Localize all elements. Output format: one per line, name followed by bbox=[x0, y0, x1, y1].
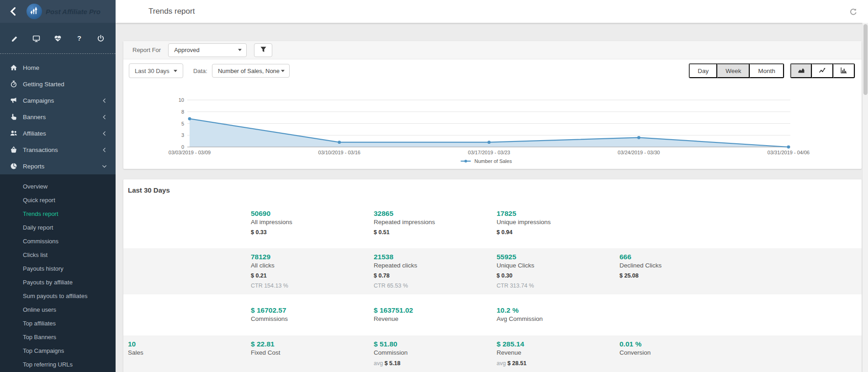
stats-row: 78129All clicks$ 0.21CTR 154.13 %21538Re… bbox=[123, 248, 862, 294]
stat-sub-value: $ 0.33 bbox=[251, 229, 374, 236]
submenu-item-clicks-list[interactable]: Clicks list bbox=[0, 248, 116, 262]
report-for-value: Approved bbox=[174, 47, 200, 53]
svg-text:0: 0 bbox=[181, 144, 184, 150]
svg-text:5: 5 bbox=[181, 121, 184, 126]
svg-text:03/17/2019 - 03/23: 03/17/2019 - 03/23 bbox=[468, 150, 510, 155]
stat-sub-value: $ 0.78 bbox=[374, 272, 497, 279]
sidebar: Post Affiliate Pro ? HomeGetting Started… bbox=[0, 0, 116, 372]
stat-commissions: $ 16702.57Commissions bbox=[251, 306, 374, 323]
date-range-dropdown[interactable]: Last 30 Days bbox=[129, 63, 183, 78]
submenu-item-payouts-by-affiliate[interactable]: Payouts by affiliate bbox=[0, 276, 116, 289]
submenu-item-online-users[interactable]: Online users bbox=[0, 303, 116, 317]
stat-label: Declined Clicks bbox=[619, 262, 742, 269]
stat-value: $ 163751.02 bbox=[374, 306, 497, 314]
stat-value: 10 bbox=[128, 340, 251, 348]
submenu-item-top-affiliates[interactable]: Top affiliates bbox=[0, 317, 116, 330]
main-area: Trends report Report For Approved bbox=[116, 0, 868, 372]
submenu-item-daily-report[interactable]: Daily report bbox=[0, 221, 116, 235]
app-logo-icon bbox=[26, 4, 42, 19]
report-for-label: Report For bbox=[132, 47, 161, 53]
line-chart-button[interactable] bbox=[812, 63, 833, 78]
stat-value: $ 51.80 bbox=[374, 340, 497, 348]
submenu-item-sum-payouts-to-affiliates[interactable]: Sum payouts to affiliates bbox=[0, 289, 116, 303]
sidebar-item-label: Reports bbox=[23, 163, 44, 170]
data-series-select[interactable]: Number of Sales, None bbox=[212, 64, 290, 78]
home-icon bbox=[10, 64, 18, 71]
stat-declined-clicks: 666Declined Clicks$ 25.08 bbox=[619, 253, 742, 289]
stat-label: Conversion bbox=[619, 349, 742, 356]
stat-all-impressions: 50690All impressions$ 0.33 bbox=[251, 210, 374, 236]
stat-conversion: 0.01 %Conversion bbox=[619, 340, 742, 367]
submenu-item-commissions[interactable]: Commissions bbox=[0, 235, 116, 248]
stat-label: Sales bbox=[128, 349, 251, 356]
stat-value: 50690 bbox=[251, 210, 374, 217]
stat-fixed-cost: $ 22.81Fixed Cost bbox=[251, 340, 374, 367]
svg-text:?: ? bbox=[77, 35, 81, 42]
stat-sub-value: $ 25.08 bbox=[619, 272, 742, 279]
hand-pointer-icon bbox=[10, 113, 18, 121]
submenu-item-top-banners[interactable]: Top Banners bbox=[0, 330, 116, 344]
stat-commission: $ 51.80Commissionavg $ 5.18 bbox=[374, 340, 497, 367]
stat-label: Avg Commission bbox=[497, 315, 619, 323]
stat-value: $ 285.14 bbox=[497, 340, 619, 348]
period-button-month[interactable]: Month bbox=[750, 63, 784, 78]
submenu-item-quick-report[interactable]: Quick report bbox=[0, 194, 116, 207]
stat-unique-impressions: 17825Unique impressions$ 0.94 bbox=[497, 210, 619, 236]
chart-type-group bbox=[790, 63, 855, 79]
svg-text:Number of Sales: Number of Sales bbox=[475, 158, 512, 164]
area-chart-icon bbox=[798, 67, 805, 75]
sidebar-item-label: Getting Started bbox=[23, 81, 64, 88]
submenu-item-top-campaigns[interactable]: Top Campaigns bbox=[0, 344, 116, 358]
question-icon[interactable]: ? bbox=[75, 35, 83, 42]
stats-row: 50690All impressions$ 0.3332865Repeated … bbox=[123, 205, 862, 241]
submenu-item-payouts-history[interactable]: Payouts history bbox=[0, 262, 116, 276]
submenu-item-top-referring-urls[interactable]: Top referring URLs bbox=[0, 358, 116, 372]
users-icon bbox=[10, 130, 18, 137]
heartbeat-icon[interactable] bbox=[54, 35, 62, 42]
monitor-icon[interactable] bbox=[32, 35, 40, 42]
refresh-icon[interactable] bbox=[849, 8, 857, 16]
period-button-week[interactable]: Week bbox=[717, 63, 750, 78]
back-chevron-icon[interactable] bbox=[8, 6, 18, 16]
stat-label: Commission bbox=[374, 349, 497, 356]
data-series-value: Number of Sales, None bbox=[218, 68, 280, 74]
stat-value: 0.01 % bbox=[619, 340, 742, 348]
sidebar-item-home[interactable]: Home bbox=[0, 59, 116, 76]
sidebar-item-banners[interactable]: Banners bbox=[0, 109, 116, 125]
sidebar-item-transactions[interactable]: Transactions bbox=[0, 141, 116, 158]
stat-avg-commission: 10.2 %Avg Commission bbox=[497, 306, 619, 323]
sidebar-item-getting-started[interactable]: Getting Started bbox=[0, 76, 116, 92]
sidebar-item-label: Home bbox=[23, 64, 39, 71]
stat-revenue: $ 285.14Revenueavg $ 28.51 bbox=[497, 340, 619, 367]
caret-down-icon bbox=[174, 70, 177, 72]
svg-text:03/03/2019 - 03/09: 03/03/2019 - 03/09 bbox=[169, 150, 211, 155]
stat-value: 78129 bbox=[251, 253, 374, 261]
svg-text:3: 3 bbox=[181, 132, 184, 138]
scrollbar-thumb[interactable] bbox=[863, 24, 868, 95]
power-icon[interactable] bbox=[97, 35, 105, 42]
chevron-left-icon bbox=[101, 147, 107, 153]
basket-icon bbox=[10, 146, 18, 153]
sidebar-item-campaigns[interactable]: Campaigns bbox=[0, 92, 116, 109]
svg-text:03/24/2019 - 03/30: 03/24/2019 - 03/30 bbox=[618, 150, 660, 155]
area-chart-button[interactable] bbox=[790, 63, 812, 78]
stat-sub-value: $ 0.21 bbox=[251, 272, 374, 279]
stats-card: Last 30 Days 50690All impressions$ 0.333… bbox=[123, 179, 862, 372]
svg-text:03/10/2019 - 03/16: 03/10/2019 - 03/16 bbox=[318, 150, 360, 155]
filter-button[interactable] bbox=[254, 43, 272, 57]
chevron-left-icon bbox=[101, 131, 107, 136]
sidebar-item-affiliates[interactable]: Affiliates bbox=[0, 125, 116, 141]
sidebar-item-label: Transactions bbox=[23, 147, 58, 153]
sidebar-item-reports[interactable]: Reports bbox=[0, 158, 116, 174]
bar-chart-button[interactable] bbox=[833, 63, 855, 78]
submenu-item-trends-report[interactable]: Trends report bbox=[0, 207, 116, 221]
stat-value: 10.2 % bbox=[497, 306, 619, 314]
submenu-item-overview[interactable]: Overview bbox=[0, 180, 116, 194]
pencil-icon[interactable] bbox=[11, 35, 19, 42]
stat-label: Commissions bbox=[251, 315, 374, 323]
stats-row: $ 16702.57Commissions$ 163751.02Revenue1… bbox=[123, 302, 862, 328]
stat-value: $ 22.81 bbox=[251, 340, 374, 348]
stat-sales: 10Sales bbox=[128, 340, 251, 367]
report-for-select[interactable]: Approved bbox=[168, 43, 247, 57]
period-button-day[interactable]: Day bbox=[689, 63, 717, 78]
